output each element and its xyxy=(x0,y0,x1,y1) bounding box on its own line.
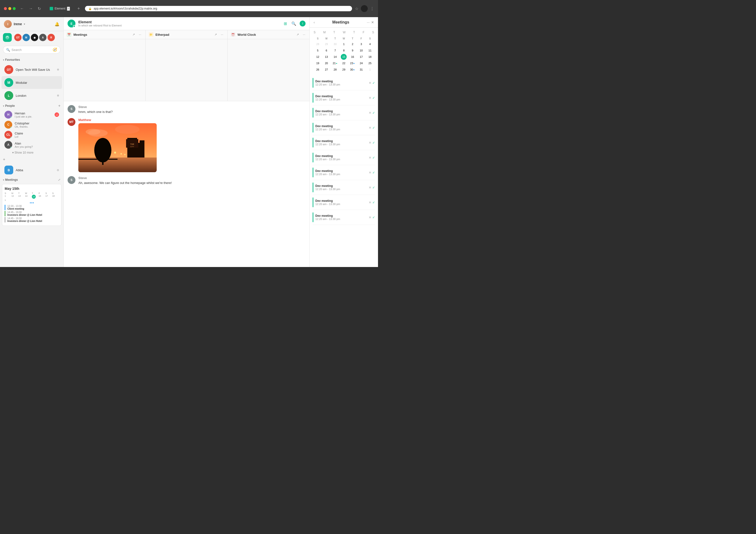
event-check-button-5[interactable]: ✓ xyxy=(372,141,375,145)
show-more-button[interactable]: ▾ Show 10 more xyxy=(0,150,64,155)
widget-etherpad-expand-button[interactable]: ↗ xyxy=(213,32,218,37)
event-check-button-9[interactable]: ✓ xyxy=(372,201,375,204)
meetings-section-header[interactable]: ▾ Meetings ⤢ xyxy=(0,177,64,183)
add-people-button[interactable]: + xyxy=(58,104,61,108)
maximize-window-button[interactable] xyxy=(13,7,16,10)
meetings-expand-button[interactable]: ⤢ xyxy=(58,178,61,182)
people-item-hernan[interactable]: H Hernan I just ate a pie. 12 xyxy=(1,110,62,120)
apps-button[interactable]: ⊞ xyxy=(283,20,288,27)
event-check-button-2[interactable]: ✓ xyxy=(372,96,375,100)
cal-day-19[interactable]: 19 xyxy=(315,60,321,66)
search-box[interactable]: 🔍 Search 🧭 xyxy=(3,46,61,54)
widget-worldclock-expand-button[interactable]: ↗ xyxy=(295,32,300,37)
cal-day-4[interactable]: 4 xyxy=(367,41,373,47)
event-check-button-10[interactable]: ✓ xyxy=(372,215,375,219)
event-close-button-2[interactable]: ✕ xyxy=(369,96,371,100)
close-window-button[interactable] xyxy=(4,7,7,10)
event-close-button-8[interactable]: ✕ xyxy=(369,186,371,189)
cal-day-18[interactable]: 18 xyxy=(367,54,373,60)
minimize-window-button[interactable] xyxy=(8,7,11,10)
favourites-section-header[interactable]: ▾ Favourites xyxy=(0,57,64,63)
info-button[interactable]: i xyxy=(300,20,306,26)
event-close-button-10[interactable]: ✕ xyxy=(369,215,371,219)
cal-day-30[interactable]: 30 xyxy=(350,67,356,72)
space-avatar-1[interactable]: OT xyxy=(14,34,21,41)
cal-day-14[interactable]: 14 xyxy=(332,54,338,60)
new-tab-button[interactable]: + xyxy=(75,5,82,12)
event-close-button-7[interactable]: ✕ xyxy=(369,171,371,174)
reload-button[interactable]: ↻ xyxy=(36,5,42,12)
cal-day-31[interactable]: 31 xyxy=(359,67,364,72)
widget-etherpad-more-button[interactable]: ··· xyxy=(220,32,225,37)
space-icon-element[interactable] xyxy=(3,33,12,42)
back-button[interactable]: ← xyxy=(19,5,25,12)
cal-day-11[interactable]: 11 xyxy=(367,47,373,53)
cal-day-28b[interactable]: 28 xyxy=(332,67,338,72)
cal-day-16[interactable]: 16 xyxy=(350,54,356,60)
space-avatar-2[interactable]: M xyxy=(22,34,30,41)
people-item-alan[interactable]: A Alan Are you going? xyxy=(1,140,62,150)
tab-close-button[interactable]: ✕ xyxy=(67,7,70,11)
room-item-abba[interactable]: B Abba ⊙ xyxy=(1,164,62,176)
mini-cal-day-15-today[interactable]: 15 xyxy=(32,195,36,199)
cal-day-12[interactable]: 12 xyxy=(315,54,321,60)
bookmark-button[interactable]: ☆ xyxy=(355,6,359,11)
cal-day-29[interactable]: 29 xyxy=(323,41,329,47)
people-item-cristopher[interactable]: C Cristopher Ok, thanks. xyxy=(1,120,62,129)
cal-day-26[interactable]: 26 xyxy=(315,67,321,72)
cal-day-21[interactable]: 21 xyxy=(332,60,338,66)
cal-day-8[interactable]: 8 xyxy=(341,47,347,53)
cal-day-3[interactable]: 3 xyxy=(359,41,364,47)
cal-day-13[interactable]: 13 xyxy=(323,54,329,60)
panel-more-button[interactable]: ··· xyxy=(367,20,370,24)
event-close-button-3[interactable]: ✕ xyxy=(369,111,371,115)
cal-day-25[interactable]: 25 xyxy=(367,60,373,66)
cal-day-24[interactable]: 24 xyxy=(359,60,364,66)
cal-day-23[interactable]: 23 xyxy=(350,60,356,66)
room-item-otwsu[interactable]: OT Open Tech Will Save Us xyxy=(1,63,62,76)
cal-day-1[interactable]: 1 xyxy=(341,41,347,47)
browser-profile[interactable] xyxy=(361,5,368,12)
room-item-london[interactable]: L London xyxy=(1,89,62,102)
event-close-button-5[interactable]: ✕ xyxy=(369,141,371,145)
space-avatar-3[interactable]: ◉ xyxy=(31,34,38,41)
cal-day-20[interactable]: 20 xyxy=(323,60,329,66)
event-close-button-9[interactable]: ✕ xyxy=(369,201,371,204)
cal-day-6[interactable]: 6 xyxy=(323,47,329,53)
room-search-button[interactable]: 🔍 xyxy=(290,20,297,27)
event-check-button-4[interactable]: ✓ xyxy=(372,126,375,129)
explore-button[interactable]: 🧭 xyxy=(53,47,57,52)
cal-day-17[interactable]: 17 xyxy=(359,54,364,60)
panel-back-button[interactable]: ‹ xyxy=(313,20,315,24)
cal-day-2[interactable]: 2 xyxy=(350,41,356,47)
event-check-button-8[interactable]: ✓ xyxy=(372,186,375,189)
widget-meetings-expand-button[interactable]: ↗ xyxy=(131,32,136,37)
widget-worldclock-more-button[interactable]: ··· xyxy=(302,32,307,37)
people-section-header[interactable]: ▾ People + xyxy=(0,102,64,109)
forward-button[interactable]: → xyxy=(27,5,34,12)
cal-day-5[interactable]: 5 xyxy=(315,47,321,53)
cal-day-30[interactable]: 30 xyxy=(332,41,338,47)
browser-menu-button[interactable]: ⋮ xyxy=(370,6,374,11)
event-check-button-1[interactable]: ✓ xyxy=(372,81,375,85)
event-close-button-4[interactable]: ✕ xyxy=(369,126,371,129)
cal-day-22[interactable]: 22 xyxy=(341,60,347,66)
event-close-button-6[interactable]: ✕ xyxy=(369,156,371,159)
space-avatar-4[interactable]: A xyxy=(39,34,46,41)
cal-day-10[interactable]: 10 xyxy=(359,47,364,53)
widget-meetings-more-button[interactable]: ··· xyxy=(138,32,143,37)
cal-day-1c[interactable]: 1 xyxy=(367,67,373,72)
cal-day-29b[interactable]: 29 xyxy=(341,67,347,72)
cal-day-9[interactable]: 9 xyxy=(350,47,356,53)
event-check-button-3[interactable]: ✓ xyxy=(372,111,375,115)
event-check-button-6[interactable]: ✓ xyxy=(372,156,375,159)
add-room-button[interactable]: + xyxy=(3,157,5,162)
event-close-button-1[interactable]: ✕ xyxy=(369,81,371,85)
cal-day-27[interactable]: 27 xyxy=(323,67,329,72)
event-check-button-7[interactable]: ✓ xyxy=(372,171,375,174)
room-item-modular[interactable]: M Modular xyxy=(1,76,62,89)
notifications-button[interactable]: 🔔 xyxy=(55,22,60,26)
cal-day-15-today[interactable]: 15 xyxy=(341,54,347,60)
address-bar[interactable]: 🔒 app.element.io/#/room/!Jcrahskdw22p:ma… xyxy=(85,6,352,11)
panel-close-button[interactable]: ✕ xyxy=(371,20,374,24)
